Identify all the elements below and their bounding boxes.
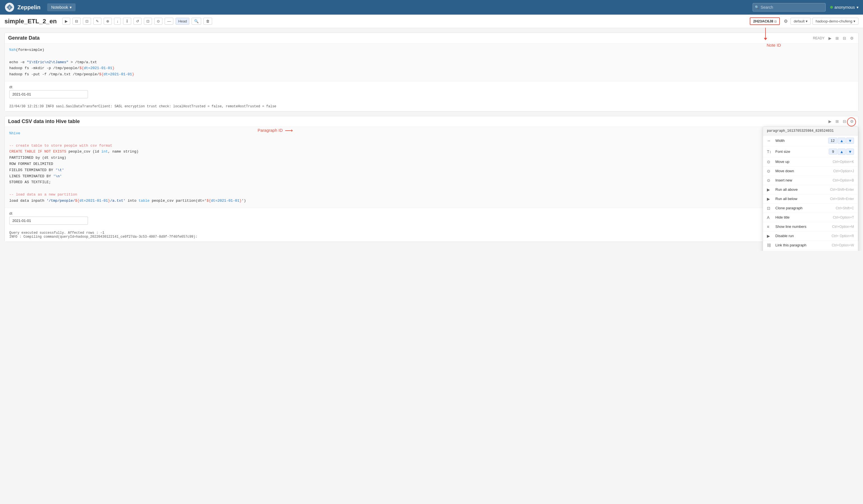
app-header: Z Zeppelin Notebook ▾ anonymous ▾: [0, 0, 863, 15]
cm-clear-output-item[interactable]: ✎ Clear output Ctrl+Option+L: [763, 250, 858, 251]
notebook-nav-btn[interactable]: Notebook ▾: [47, 3, 76, 11]
divider-btn[interactable]: —: [165, 18, 173, 25]
cm-move-up-item[interactable]: ⊙ Move up Ctrl+Option+K: [763, 157, 858, 167]
download-btn[interactable]: ↓: [114, 18, 121, 25]
noteinfo-btn[interactable]: ⊡: [144, 18, 152, 25]
edit-btn[interactable]: ✎: [93, 18, 101, 25]
para2-settings-btn[interactable]: ⚙: [849, 118, 855, 124]
para2-layout-btn[interactable]: ⊟: [842, 118, 847, 124]
paragraph-2: Load CSV data into Hive table ▶ ⊞ ⊟ ⚙ Co…: [4, 116, 859, 242]
cm-fontsize-item[interactable]: T↕ Font size 9 ▲ ▼: [763, 146, 858, 157]
para1-settings-btn[interactable]: ⚙: [849, 35, 855, 41]
para2-gear-wrapper: ⚙: [849, 118, 855, 124]
cm-clone-shortcut: Ctrl+Shift+C: [836, 206, 854, 210]
cluster-dropdown[interactable]: hadoop-demo-chufeng ▾: [812, 18, 859, 25]
run-all-btn[interactable]: ▶: [62, 18, 70, 25]
para1-header: Genrate Data READY ▶ ⊞ ⊟ ⚙: [5, 33, 858, 43]
insert-icon: ⊙: [767, 178, 773, 182]
para1-code: %sh(form=simple) echo -e "1\tEric\n2\tJa…: [5, 43, 858, 81]
para1-expand-btn[interactable]: ⊞: [834, 35, 840, 41]
para1-layout-btn[interactable]: ⊟: [842, 35, 847, 41]
note-settings-btn[interactable]: ⚙: [783, 17, 789, 25]
disable-run-icon: ▶: [767, 234, 773, 238]
search-para-btn[interactable]: 🔍: [191, 18, 201, 25]
notebook-title: simple_ETL_2_en: [4, 18, 57, 25]
run-above-icon: ▶: [767, 187, 773, 192]
paragraph-1: Genrate Data READY ▶ ⊞ ⊟ ⚙ %sh(form=simp…: [4, 33, 859, 112]
cm-show-lines-label: Show line numbers: [775, 225, 830, 229]
cm-disable-run-shortcut: Ctrl+ Option+R: [831, 234, 854, 238]
cm-clone-item[interactable]: ⊡ Clone paragraph Ctrl+Shift+C: [763, 204, 858, 213]
head-btn[interactable]: Head: [176, 18, 189, 25]
cm-hide-title-item[interactable]: A Hide title Ctrl+Option+T: [763, 213, 858, 222]
logo-area: Z Zeppelin: [4, 2, 40, 12]
cm-show-lines-item[interactable]: ≡ Show line numbers Ctrl+Option+M: [763, 222, 858, 231]
note-id-annotation-label: Note ID: [767, 43, 781, 48]
cm-move-down-item[interactable]: ⊙ Move down Ctrl+Option+J: [763, 167, 858, 176]
para2-expand-btn[interactable]: ⊞: [834, 118, 840, 124]
cm-fontsize-down-btn[interactable]: ▼: [846, 149, 854, 155]
cm-hide-title-shortcut: Ctrl+Option+T: [833, 215, 854, 219]
cm-width-up-btn[interactable]: ▲: [838, 138, 846, 144]
clear-output-btn[interactable]: ⊡: [83, 18, 91, 25]
cm-disable-run-label: Disable run: [775, 234, 829, 238]
user-menu-btn[interactable]: anonymous ▾: [830, 5, 859, 10]
search-input[interactable]: [753, 3, 826, 12]
cm-width-item[interactable]: ↔ Width 12 ▲ ▼: [763, 135, 858, 146]
cm-width-value: 12: [828, 138, 837, 143]
search-btn2[interactable]: ⊕: [104, 18, 112, 25]
cm-run-above-item[interactable]: ▶ Run all above Ctrl+Shift+Enter: [763, 185, 858, 194]
cm-fontsize-up-btn[interactable]: ▲: [838, 149, 846, 155]
cm-link-item[interactable]: ⛓ Link this paragraph Ctrl+Option+W: [763, 241, 858, 250]
user-online-indicator: [830, 6, 833, 9]
delete-btn[interactable]: 🗑: [203, 18, 212, 25]
para2-header: Load CSV data into Hive table ▶ ⊞ ⊟ ⚙: [5, 116, 858, 127]
cm-hide-title-label: Hide title: [775, 215, 831, 219]
username-label: anonymous: [835, 5, 855, 10]
run-below-icon: ▶: [767, 197, 773, 201]
width-icon: ↔: [767, 139, 773, 143]
export-btn[interactable]: ↧: [123, 18, 131, 25]
search-wrapper: [753, 3, 826, 12]
para1-dt-input[interactable]: [9, 90, 88, 98]
link-icon: ⛓: [767, 243, 773, 248]
cm-insert-shortcut: Ctrl+Option+B: [833, 178, 854, 182]
para1-form-label: dt: [9, 85, 854, 89]
cm-run-above-label: Run all above: [775, 187, 828, 192]
stop-btn[interactable]: ⊟: [73, 18, 80, 25]
cm-run-below-item[interactable]: ▶ Run all below Ctrl+Shift+Enter: [763, 194, 858, 204]
para2-run-btn[interactable]: ▶: [827, 118, 833, 124]
link-btn[interactable]: ⊙: [154, 18, 162, 25]
cm-move-down-label: Move down: [775, 169, 831, 173]
cm-run-below-shortcut: Ctrl+Shift+Enter: [830, 197, 854, 201]
show-lines-icon: ≡: [767, 225, 773, 229]
cm-fontsize-value: 9: [829, 149, 837, 154]
app-name: Zeppelin: [17, 4, 40, 11]
cm-disable-run-item[interactable]: ▶ Disable run Ctrl+ Option+R: [763, 231, 858, 241]
para2-dt-input[interactable]: [9, 217, 88, 225]
context-menu: Copy to clipboard paragraph_161370532598…: [763, 126, 858, 251]
cm-move-up-label: Move up: [775, 160, 830, 164]
para1-output: 22/04/30 12:21:39 INFO sasl.SaslDataTran…: [5, 102, 858, 111]
para2-title: Load CSV data into Hive table: [8, 118, 825, 124]
clone-icon: ⊡: [767, 206, 773, 211]
refresh-btn[interactable]: ↺: [134, 18, 141, 25]
paragraph-id-label: Paragraph ID: [258, 128, 283, 133]
cm-link-label: Link this paragraph: [775, 243, 829, 247]
cm-fontsize-label: Font size: [775, 150, 829, 154]
para1-title: Genrate Data: [8, 35, 811, 41]
cm-paragraph-id: Copy to clipboard paragraph_161370532598…: [763, 127, 858, 135]
cm-insert-new-item[interactable]: ⊙ Insert new Ctrl+Option+B: [763, 176, 858, 185]
note-id-area: 2H23AC6J8 ⊡ Note ID ⚙ default ▾ hadoop-d…: [750, 17, 859, 25]
default-dropdown[interactable]: default ▾: [790, 18, 811, 25]
cm-move-down-shortcut: Ctrl+Option+J: [833, 169, 854, 173]
main-content: Genrate Data READY ▶ ⊞ ⊟ ⚙ %sh(form=simp…: [0, 28, 863, 251]
move-down-icon: ⊙: [767, 169, 773, 173]
cm-width-down-btn[interactable]: ▼: [846, 138, 854, 144]
para1-status: READY: [813, 36, 825, 40]
para2-code: %hive -- create table to store people wi…: [5, 127, 858, 208]
cm-link-shortcut: Ctrl+Option+W: [832, 243, 854, 247]
para1-run-btn[interactable]: ▶: [827, 35, 833, 41]
notebook-toolbar: simple_ETL_2_en ▶ ⊟ ⊡ ✎ ⊕ ↓ ↧ ↺ ⊡ ⊙ — He…: [0, 15, 863, 28]
svg-text:Z: Z: [9, 6, 10, 9]
